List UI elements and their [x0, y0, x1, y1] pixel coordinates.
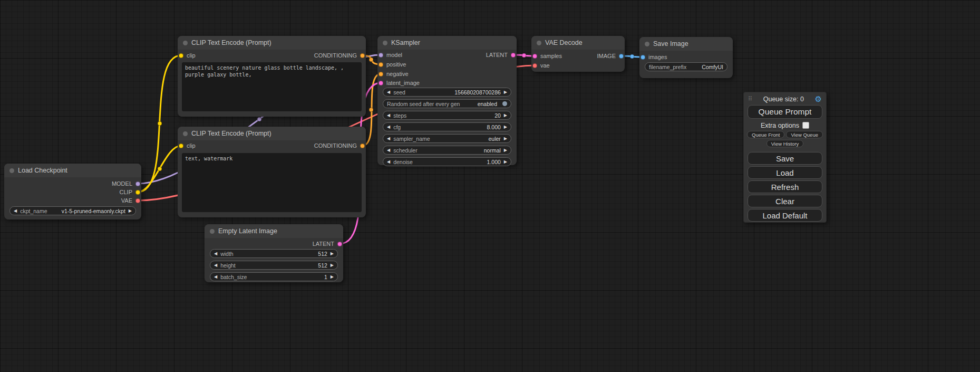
- node-title-bar[interactable]: Empty Latent Image: [205, 224, 343, 238]
- collapse-dot[interactable]: [537, 41, 541, 45]
- input-slot-vae[interactable]: vae: [532, 62, 550, 69]
- conditioning-slot-dot[interactable]: [379, 72, 383, 77]
- node-empty-latent-image[interactable]: Empty Latent Image LATENT ◀ width 512 ▶ …: [205, 224, 343, 282]
- decrement-arrow-icon[interactable]: ◀: [387, 148, 390, 152]
- increment-arrow-icon[interactable]: ▶: [504, 160, 507, 164]
- refresh-button[interactable]: Refresh: [748, 180, 822, 193]
- conditioning-slot-dot[interactable]: [379, 62, 383, 67]
- input-slot-model[interactable]: model: [379, 51, 402, 59]
- clip-slot-dot[interactable]: [179, 53, 183, 58]
- settings-gear-icon[interactable]: ⚙: [815, 95, 822, 103]
- collapse-dot[interactable]: [183, 131, 188, 136]
- node-title-bar[interactable]: Save Image: [639, 37, 733, 51]
- node-title-bar[interactable]: CLIP Text Encode (Prompt): [178, 127, 366, 140]
- latent-slot-dot[interactable]: [337, 242, 342, 246]
- image-slot-dot[interactable]: [641, 55, 645, 60]
- clear-button[interactable]: Clear: [748, 195, 822, 207]
- output-slot-latent[interactable]: LATENT: [486, 51, 516, 59]
- widget-filename-prefix[interactable]: filename_prefix ComfyUI: [645, 62, 727, 71]
- node-load-checkpoint[interactable]: Load Checkpoint MODEL CLIP VAE ◀ ckpt_na…: [4, 164, 141, 220]
- output-slot-model[interactable]: MODEL: [112, 180, 140, 187]
- output-slot-image[interactable]: IMAGE: [597, 52, 624, 60]
- increment-arrow-icon[interactable]: ▶: [504, 113, 507, 118]
- output-slot-latent[interactable]: LATENT: [313, 240, 342, 247]
- node-title-bar[interactable]: Load Checkpoint: [4, 164, 141, 177]
- latent-slot-dot[interactable]: [532, 54, 537, 59]
- widget-scheduler[interactable]: ◀ scheduler normal ▶: [383, 146, 511, 155]
- toggle-knob[interactable]: [502, 101, 507, 106]
- collapse-dot[interactable]: [9, 168, 14, 173]
- decrement-arrow-icon[interactable]: ◀: [214, 263, 217, 268]
- increment-arrow-icon[interactable]: ▶: [504, 137, 507, 141]
- widget-random-seed-toggle[interactable]: Random seed after every gen enabled: [383, 99, 511, 108]
- decrement-arrow-icon[interactable]: ◀: [387, 137, 390, 141]
- decrement-arrow-icon[interactable]: ◀: [387, 113, 390, 118]
- input-slot-positive[interactable]: positive: [379, 61, 406, 68]
- increment-arrow-icon[interactable]: ▶: [331, 252, 334, 256]
- model-slot-dot[interactable]: [379, 53, 383, 58]
- input-slot-clip[interactable]: clip: [179, 52, 196, 59]
- decrement-arrow-icon[interactable]: ◀: [214, 275, 217, 279]
- widget-steps[interactable]: ◀ steps 20 ▶: [383, 111, 511, 120]
- increment-arrow-icon[interactable]: ▶: [504, 90, 507, 94]
- output-slot-conditioning[interactable]: CONDITIONING: [314, 142, 365, 149]
- widget-height[interactable]: ◀ height 512 ▶: [210, 261, 338, 270]
- conditioning-slot-dot[interactable]: [360, 144, 365, 148]
- input-slot-clip[interactable]: clip: [179, 142, 196, 149]
- vae-slot-dot[interactable]: [532, 63, 537, 68]
- extra-options-checkbox[interactable]: [802, 122, 809, 129]
- widget-ckpt-name[interactable]: ◀ ckpt_name v1-5-pruned-emaonly.ckpt ▶: [9, 206, 136, 215]
- increment-arrow-icon[interactable]: ▶: [504, 148, 507, 152]
- increment-arrow-icon[interactable]: ▶: [331, 275, 334, 279]
- model-slot-dot[interactable]: [135, 182, 140, 186]
- load-button[interactable]: Load: [748, 166, 822, 179]
- input-slot-latent-image[interactable]: latent_image: [379, 79, 420, 87]
- widget-cfg[interactable]: ◀ cfg 8.000 ▶: [383, 122, 511, 131]
- widget-sampler-name[interactable]: ◀ sampler_name euler ▶: [383, 134, 511, 143]
- widget-denoise[interactable]: ◀ denoise 1.000 ▶: [383, 157, 511, 166]
- node-ksampler[interactable]: KSampler model LATENT positive negative …: [377, 36, 517, 165]
- drag-handle-icon[interactable]: ⠿: [748, 96, 752, 102]
- input-slot-negative[interactable]: negative: [379, 70, 409, 78]
- increment-arrow-icon[interactable]: ▶: [331, 263, 334, 268]
- node-canvas[interactable]: Load Checkpoint MODEL CLIP VAE ◀ ckpt_na…: [0, 0, 980, 372]
- node-title-bar[interactable]: KSampler: [377, 36, 517, 50]
- view-history-button[interactable]: View History: [766, 140, 804, 147]
- decrement-arrow-icon[interactable]: ◀: [214, 252, 217, 256]
- conditioning-slot-dot[interactable]: [360, 53, 365, 58]
- save-button[interactable]: Save: [748, 152, 822, 165]
- clip-slot-dot[interactable]: [179, 144, 183, 148]
- decrement-arrow-icon[interactable]: ◀: [387, 90, 390, 94]
- widget-seed[interactable]: ◀ seed 156680208700286 ▶: [383, 88, 511, 97]
- queue-front-button[interactable]: Queue Front: [747, 131, 784, 138]
- queue-prompt-button[interactable]: Queue Prompt: [748, 105, 822, 119]
- node-vae-decode[interactable]: VAE Decode samples IMAGE vae: [531, 36, 625, 72]
- collapse-dot[interactable]: [210, 229, 215, 234]
- input-slot-images[interactable]: images: [641, 53, 667, 61]
- decrement-arrow-icon[interactable]: ◀: [387, 160, 390, 164]
- image-slot-dot[interactable]: [619, 54, 624, 59]
- node-title-bar[interactable]: VAE Decode: [531, 36, 625, 50]
- view-queue-button[interactable]: View Queue: [786, 131, 823, 138]
- prompt-textarea[interactable]: text, watermark: [182, 153, 362, 212]
- increment-arrow-icon[interactable]: ▶: [129, 209, 132, 213]
- latent-slot-dot[interactable]: [511, 53, 516, 58]
- collapse-dot[interactable]: [645, 42, 649, 46]
- widget-width[interactable]: ◀ width 512 ▶: [210, 249, 338, 258]
- node-save-image[interactable]: Save Image images filename_prefix ComfyU…: [639, 37, 733, 78]
- decrement-arrow-icon[interactable]: ◀: [14, 209, 17, 213]
- node-title-bar[interactable]: CLIP Text Encode (Prompt): [178, 36, 366, 50]
- input-slot-samples[interactable]: samples: [532, 52, 562, 60]
- collapse-dot[interactable]: [383, 41, 387, 45]
- output-slot-conditioning[interactable]: CONDITIONING: [314, 52, 365, 59]
- prompt-textarea[interactable]: beautiful scenery nature glass bottle la…: [182, 62, 362, 111]
- decrement-arrow-icon[interactable]: ◀: [387, 125, 390, 129]
- vae-slot-dot[interactable]: [135, 198, 140, 203]
- node-clip-text-encode-negative[interactable]: CLIP Text Encode (Prompt) clip CONDITION…: [178, 127, 366, 217]
- widget-batch-size[interactable]: ◀ batch_size 1 ▶: [210, 272, 338, 281]
- output-slot-vae[interactable]: VAE: [121, 197, 140, 204]
- increment-arrow-icon[interactable]: ▶: [504, 125, 507, 129]
- latent-slot-dot[interactable]: [379, 81, 383, 85]
- clip-slot-dot[interactable]: [135, 190, 140, 195]
- output-slot-clip[interactable]: CLIP: [120, 188, 140, 196]
